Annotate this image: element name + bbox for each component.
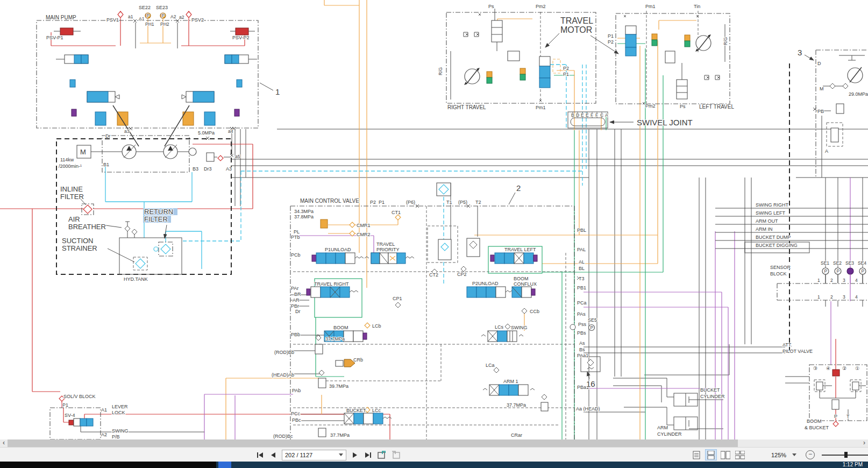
travel-motor-title-1: TRAVEL: [560, 16, 593, 25]
valve-travel-left-label: TRAVEL LEFT: [504, 247, 536, 252]
solv-a1: A1: [101, 407, 107, 413]
horizontal-scrollbar[interactable]: ‹ ›: [0, 439, 868, 447]
signal-label: SWING RIGHT: [756, 202, 788, 208]
valve-boom-label: BOOM: [333, 325, 348, 330]
mcv-ct1: CT1: [392, 210, 401, 215]
right-travel-label: RIGHT TRAVEL: [447, 104, 486, 110]
mcv-port-left: Dr: [295, 309, 301, 314]
continuous-view-icon[interactable]: [705, 449, 717, 460]
att-p: P: [834, 414, 837, 419]
swivel-letter: F: [595, 112, 598, 118]
mcv-pressure-1: 34.3MPa: [294, 209, 314, 214]
mcv-port-right: Bs: [579, 347, 585, 352]
psv2-label: PSV2: [191, 17, 204, 23]
swivel-joint-label: SWIVEL JOINT: [637, 118, 693, 127]
rt-p2: P2: [563, 66, 569, 71]
inline-filter-label-1: INLINE: [60, 185, 83, 193]
swing-pb-1: SWING: [112, 428, 129, 434]
lever-lock-2: LOCK: [112, 410, 125, 415]
lcb-label: LCb: [372, 323, 381, 329]
valve-bucket-label: BUCKET: [346, 408, 366, 413]
bucket-cyl-label-1: BUCKET: [700, 387, 720, 393]
swivel-letter: E: [581, 112, 584, 118]
zoom-slider[interactable]: [822, 451, 868, 459]
crar-label: CRar: [511, 432, 522, 438]
left-travel-block: [616, 13, 730, 104]
first-page-button[interactable]: [255, 450, 265, 460]
single-page-view-icon[interactable]: [691, 449, 702, 460]
valve-boom-conflux-1: BOOM: [514, 276, 529, 281]
main-control-valve: [290, 183, 600, 439]
valve-travel-right-label: TRAVEL RIGHT: [314, 281, 349, 287]
mcv-port-left: PBc: [292, 417, 301, 423]
two-page-view-icon[interactable]: [720, 449, 731, 460]
swivel-letter: C: [600, 112, 603, 118]
lt-ps: Ps: [680, 104, 686, 109]
ph1-label: PH1: [145, 22, 154, 27]
rt-rg: R/G: [438, 67, 443, 75]
travel-motor-arrow-2: [590, 36, 618, 54]
att-pilot-valve: [809, 365, 867, 427]
next-page-button[interactable]: [350, 450, 360, 460]
zoom-slider-handle[interactable]: [844, 452, 848, 458]
zoom-level-value[interactable]: 125%: [771, 452, 786, 458]
att-port: ④: [826, 366, 830, 371]
b3-label: B3: [193, 166, 198, 172]
mcv-port-left: PCb: [291, 252, 301, 258]
sm-pb: PB: [817, 109, 824, 114]
mcv-ccb: CCb: [530, 309, 539, 314]
sm-a: A: [825, 148, 828, 154]
lcs-label: LCs: [495, 324, 504, 330]
solv-title: SOL/V BLOCK: [63, 394, 96, 399]
page-number-input[interactable]: 202 / 1127: [282, 450, 346, 460]
valve-swing-label: SWING: [511, 325, 528, 330]
zoom-cluster: 125% − +: [691, 448, 868, 462]
next-view-icon[interactable]: [390, 450, 400, 460]
se5-p: P: [590, 325, 594, 330]
att-dest-1: BOOM: [807, 419, 822, 424]
callout-1: 1: [275, 87, 280, 96]
signal-label: ARM IN: [756, 226, 773, 232]
valve-boom-conflux-2: CONFLUX: [514, 281, 537, 287]
sm-pressure: 29.0MPa: [849, 91, 868, 97]
last-page-button[interactable]: [364, 450, 373, 460]
mcv-port-right: Aa (HEAD): [576, 406, 600, 412]
sensor-block-title-2: BLOCK: [770, 271, 787, 276]
green-pilot-lines: [316, 44, 663, 439]
previous-page-button[interactable]: [268, 450, 278, 460]
motor-m: M: [80, 148, 86, 156]
viewer-toolbar: 202 / 1127 125% − +: [0, 447, 868, 462]
mcv-port-left: PAb: [292, 388, 301, 393]
scrollbar-thumb[interactable]: [8, 439, 738, 447]
swing-pb-2: P/B: [112, 434, 120, 439]
rt-p1: P1: [563, 72, 569, 77]
relief-5mpa: 5.0MPa: [198, 130, 215, 136]
mcv-top-port: (P5): [458, 200, 467, 205]
page-dropdown-caret-icon[interactable]: [339, 453, 343, 456]
previous-view-icon[interactable]: [377, 450, 387, 460]
zoom-out-button[interactable]: −: [806, 450, 815, 459]
signal-label: SWING LEFT: [756, 210, 786, 216]
scroll-right-icon[interactable]: ›: [860, 439, 868, 447]
return-filter-label-1: RETURN: [144, 208, 173, 216]
two-page-scroll-view-icon[interactable]: [734, 449, 746, 460]
mcv-port-right: PBs: [577, 330, 586, 336]
taskbar-app-icon[interactable]: [218, 462, 231, 468]
scroll-left-icon[interactable]: ‹: [0, 439, 8, 447]
mcv-port-left: AR: [293, 297, 300, 303]
mcv-port-right: Pss: [578, 322, 587, 327]
mcv-port-right: PBL: [577, 228, 586, 233]
power-label: 114kw: [60, 157, 74, 162]
mcv-port-left: (HEAD)Ab: [272, 372, 294, 378]
zoom-dropdown-caret-icon[interactable]: [792, 453, 796, 456]
hydraulic-schematic-canvas[interactable]: MAIN PUMP PSV-P1 PSV-P2 PSV1 PSV2 SE22 S…: [0, 0, 868, 439]
mcv-pressure-2: 37.8MPa: [294, 214, 314, 219]
a5-label: a5: [235, 154, 240, 159]
mcv-se5: SE5: [588, 317, 597, 323]
valve-travel-priority-2: PRIORITY: [376, 247, 400, 252]
se2-label: SE2: [833, 260, 842, 266]
dr-label: Dr: [105, 133, 111, 139]
relief-boom-rod: 37.7MPa: [325, 336, 345, 342]
page-nav-cluster: 202 / 1127: [255, 448, 400, 462]
mcv-top-port: P1: [379, 200, 385, 205]
